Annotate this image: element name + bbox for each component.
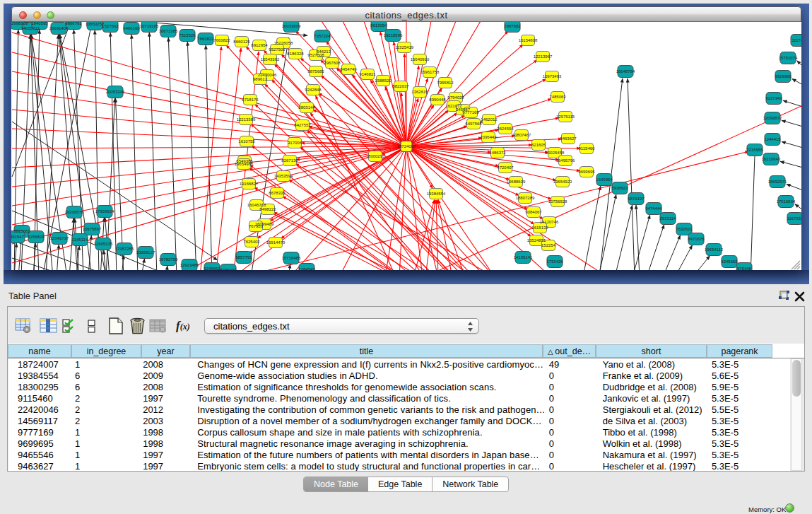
svg-text:8186328: 8186328 (287, 52, 304, 56)
svg-text:111745: 111745 (792, 38, 801, 42)
svg-text:12213389: 12213389 (237, 117, 256, 122)
svg-text:1244415: 1244415 (764, 137, 781, 141)
svg-text:3624554: 3624554 (497, 127, 514, 131)
svg-text:1840595: 1840595 (31, 22, 48, 25)
svg-text:15716485: 15716485 (282, 256, 301, 260)
svg-text:14055721: 14055721 (21, 26, 40, 30)
svg-text:1615132: 1615132 (531, 226, 548, 230)
svg-text:9777169: 9777169 (462, 110, 479, 115)
svg-text:16782759: 16782759 (159, 257, 178, 262)
svg-text:12093872: 12093872 (763, 116, 782, 120)
svg-text:19218596: 19218596 (384, 33, 403, 37)
svg-text:1610755: 1610755 (238, 139, 255, 144)
svg-text:2967608: 2967608 (324, 61, 341, 65)
svg-text:6466160: 6466160 (123, 26, 140, 30)
svg-text:16648784: 16648784 (616, 69, 635, 74)
svg-text:1145114: 1145114 (72, 238, 88, 242)
svg-text:15226058: 15226058 (274, 41, 293, 45)
svg-text:10975867: 10975867 (83, 227, 102, 231)
svg-text:9806791: 9806791 (65, 22, 82, 25)
svg-text:8990448: 8990448 (429, 98, 446, 102)
svg-text:1486372: 1486372 (489, 151, 506, 155)
svg-text:11325419: 11325419 (395, 45, 414, 49)
svg-text:8678335: 8678335 (269, 191, 286, 195)
svg-text:17957255: 17957255 (115, 247, 134, 251)
svg-text:7515526: 7515526 (179, 33, 196, 37)
svg-text:12342737: 12342737 (50, 236, 69, 240)
svg-text:10807467: 10807467 (512, 133, 531, 137)
svg-text:989612: 989612 (253, 77, 268, 81)
svg-text:9857791: 9857791 (235, 255, 252, 259)
svg-text:8427552: 8427552 (294, 123, 311, 127)
svg-text:16210643: 16210643 (762, 157, 781, 161)
svg-text:5938923: 5938923 (611, 186, 628, 190)
svg-text:2987682: 2987682 (504, 24, 521, 28)
svg-text:9527506: 9527506 (269, 47, 286, 52)
svg-text:15751074: 15751074 (779, 56, 798, 60)
svg-text:9146821: 9146821 (359, 72, 376, 76)
svg-text:19654923: 19654923 (553, 180, 572, 184)
svg-text:9463627: 9463627 (560, 136, 577, 141)
svg-text:10756928: 10756928 (548, 199, 567, 204)
svg-text:1527602: 1527602 (102, 24, 119, 28)
svg-text:12905135: 12905135 (94, 242, 113, 246)
svg-text:9699695: 9699695 (578, 170, 595, 174)
svg-text:20691406: 20691406 (49, 26, 69, 30)
svg-text:16961758: 16961758 (420, 70, 440, 74)
svg-text:9227343: 9227343 (765, 96, 782, 100)
svg-text:16543362: 16543362 (261, 57, 280, 62)
svg-text:13524851: 13524851 (527, 238, 546, 243)
svg-text:19654985: 19654985 (235, 162, 254, 166)
svg-text:20206576: 20206576 (65, 210, 84, 214)
svg-text:17016504: 17016504 (777, 199, 796, 204)
svg-text:8706432: 8706432 (220, 268, 237, 270)
svg-text:2036442: 2036442 (480, 135, 497, 139)
svg-text:14353594: 14353594 (274, 174, 293, 178)
svg-text:7663822: 7663822 (213, 38, 230, 42)
svg-text:7625402: 7625402 (243, 240, 260, 244)
svg-text:8660125: 8660125 (233, 40, 250, 44)
svg-text:1588520: 1588520 (375, 78, 392, 83)
svg-text:14120746: 14120746 (540, 220, 559, 224)
svg-text:19166827: 19166827 (240, 182, 259, 186)
svg-text:317006: 317006 (288, 141, 302, 145)
svg-text:4720407: 4720407 (497, 165, 514, 170)
svg-text:16640910: 16640910 (411, 57, 430, 62)
svg-text:391547: 391547 (11, 235, 25, 239)
svg-text:9474444: 9474444 (645, 206, 662, 211)
svg-text:22998309: 22998309 (11, 22, 28, 25)
svg-text:8267130: 8267130 (281, 158, 298, 163)
svg-text:1462012: 1462012 (481, 117, 498, 122)
svg-text:9242848: 9242848 (305, 88, 322, 92)
svg-text:2933114: 2933114 (660, 216, 677, 221)
svg-text:10654112: 10654112 (705, 247, 724, 252)
svg-text:8815061: 8815061 (13, 229, 30, 233)
svg-text:9329966: 9329966 (775, 74, 792, 78)
svg-text:2803144: 2803144 (298, 105, 315, 110)
svg-text:1362615: 1362615 (411, 90, 428, 94)
svg-text:14136141: 14136141 (514, 255, 533, 259)
svg-text:7485063: 7485063 (549, 95, 566, 99)
svg-text:10973493: 10973493 (543, 74, 562, 78)
svg-text:1733426: 1733426 (546, 259, 563, 264)
svg-text:8498222: 8498222 (259, 207, 276, 211)
svg-text:7357224: 7357224 (314, 34, 331, 38)
svg-text:8454749: 8454749 (340, 67, 357, 71)
svg-text:16495796: 16495796 (556, 158, 575, 163)
svg-text:9245652: 9245652 (204, 267, 220, 270)
svg-text:18724007: 18724007 (397, 144, 416, 148)
svg-text:3215955: 3215955 (746, 148, 763, 152)
svg-text:9794028: 9794028 (447, 95, 464, 100)
svg-text:9245652: 9245652 (721, 259, 738, 264)
svg-text:3875685: 3875685 (307, 69, 324, 74)
svg-text:10025458: 10025458 (546, 151, 565, 155)
svg-text:16914479: 16914479 (266, 240, 286, 245)
svg-text:1156829: 1156829 (28, 235, 45, 239)
svg-text:15692971: 15692971 (768, 180, 787, 184)
svg-text:8471676: 8471676 (688, 237, 705, 241)
svg-text:1284543: 1284543 (298, 267, 315, 270)
svg-text:7632621: 7632621 (676, 227, 693, 231)
svg-text:16154808: 16154808 (519, 38, 538, 42)
svg-text:12213967: 12213967 (534, 54, 553, 59)
svg-text:12923486: 12923486 (180, 263, 199, 267)
